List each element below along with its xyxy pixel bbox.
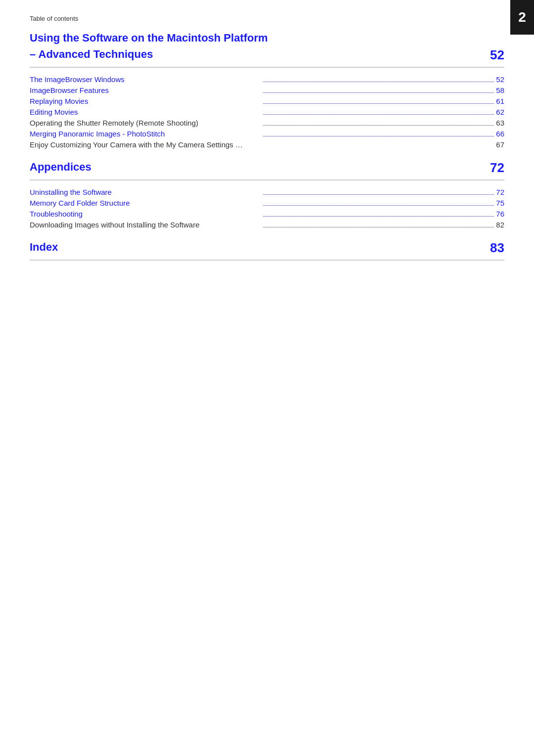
toc-entry-replaying-movies[interactable]: Replaying Movies 61	[30, 97, 504, 105]
toc-entry-downloading-images[interactable]: Downloading Images without Installing th…	[30, 221, 504, 229]
toc-link-enjoy-customizing[interactable]: Enjoy Customizing Your Camera with the M…	[30, 140, 492, 149]
toc-dots-memory-card	[263, 205, 494, 206]
toc-label: Table of contents	[30, 15, 504, 22]
toc-page-memory-card: 75	[496, 199, 504, 207]
toc-page-downloading-images: 82	[496, 221, 504, 229]
appendices-title: Appendices	[30, 160, 91, 175]
toc-page-enjoy-customizing: 67	[496, 140, 504, 149]
main-section-header: Using the Software on the Macintosh Plat…	[30, 31, 504, 68]
toc-entry-merging-panoramic[interactable]: Merging Panoramic Images - PhotoStitch 6…	[30, 130, 504, 138]
page-number: 2	[518, 9, 526, 25]
toc-dots-editing-movies	[263, 114, 494, 115]
toc-link-uninstalling[interactable]: Uninstalling the Software	[30, 188, 261, 196]
toc-link-replaying-movies[interactable]: Replaying Movies	[30, 97, 261, 105]
toc-link-imagebrowser-windows[interactable]: The ImageBrowser Windows	[30, 75, 261, 84]
index-header-row: Index 83	[30, 240, 504, 261]
toc-entry-uninstalling[interactable]: Uninstalling the Software 72	[30, 188, 504, 196]
appendices-page-number: 72	[490, 160, 504, 177]
toc-link-troubleshooting[interactable]: Troubleshooting	[30, 210, 261, 218]
toc-dots-imagebrowser-windows	[263, 82, 494, 82]
toc-entry-imagebrowser-features[interactable]: ImageBrowser Features 58	[30, 86, 504, 94]
toc-page-merging-panoramic: 66	[496, 130, 504, 138]
toc-link-downloading-images[interactable]: Downloading Images without Installing th…	[30, 221, 261, 229]
toc-entry-operating-shutter[interactable]: Operating the Shutter Remotely (Remote S…	[30, 119, 504, 127]
main-section-page-number: 52	[490, 47, 504, 64]
toc-page-operating-shutter: 63	[496, 119, 504, 127]
main-section-title-row: – Advanced Techniques 52	[30, 47, 504, 68]
toc-dots-replaying-movies	[263, 103, 494, 104]
toc-link-imagebrowser-features[interactable]: ImageBrowser Features	[30, 86, 261, 94]
toc-page-imagebrowser-features: 58	[496, 86, 504, 94]
main-section-entries: The ImageBrowser Windows 52 ImageBrowser…	[30, 70, 504, 157]
index-page-number: 83	[490, 240, 504, 257]
page-number-tab: 2	[510, 0, 534, 35]
main-section-title-line2: – Advanced Techniques	[30, 47, 153, 62]
toc-page-replaying-movies: 61	[496, 97, 504, 105]
toc-dots-merging-panoramic	[263, 136, 494, 136]
appendices-header-row: Appendices 72	[30, 160, 504, 180]
index-title: Index	[30, 240, 58, 255]
appendices-entries: Uninstalling the Software 72 Memory Card…	[30, 182, 504, 237]
toc-entry-imagebrowser-windows[interactable]: The ImageBrowser Windows 52	[30, 75, 504, 84]
toc-dots-imagebrowser-features	[263, 92, 494, 93]
toc-dots-uninstalling	[263, 194, 494, 195]
toc-link-memory-card[interactable]: Memory Card Folder Structure	[30, 199, 261, 207]
toc-page-uninstalling: 72	[496, 188, 504, 196]
toc-link-editing-movies[interactable]: Editing Movies	[30, 108, 261, 116]
toc-entry-enjoy-customizing[interactable]: Enjoy Customizing Your Camera with the M…	[30, 140, 504, 149]
main-section-title-line1: Using the Software on the Macintosh Plat…	[30, 31, 504, 45]
toc-link-merging-panoramic[interactable]: Merging Panoramic Images - PhotoStitch	[30, 130, 261, 138]
toc-entry-troubleshooting[interactable]: Troubleshooting 76	[30, 210, 504, 218]
toc-page-troubleshooting: 76	[496, 210, 504, 218]
page-container: 2 Table of contents Using the Software o…	[0, 0, 534, 756]
toc-page-imagebrowser-windows: 52	[496, 75, 504, 84]
toc-entry-editing-movies[interactable]: Editing Movies 62	[30, 108, 504, 116]
index-section: Index 83	[30, 240, 504, 261]
appendices-section: Appendices 72 Uninstalling the Software …	[30, 160, 504, 237]
toc-dots-downloading-images	[263, 227, 494, 227]
toc-link-operating-shutter[interactable]: Operating the Shutter Remotely (Remote S…	[30, 119, 261, 127]
toc-page-editing-movies: 62	[496, 108, 504, 116]
toc-dots-troubleshooting	[263, 216, 494, 217]
toc-dots-operating-shutter	[263, 125, 494, 126]
toc-entry-memory-card[interactable]: Memory Card Folder Structure 75	[30, 199, 504, 207]
